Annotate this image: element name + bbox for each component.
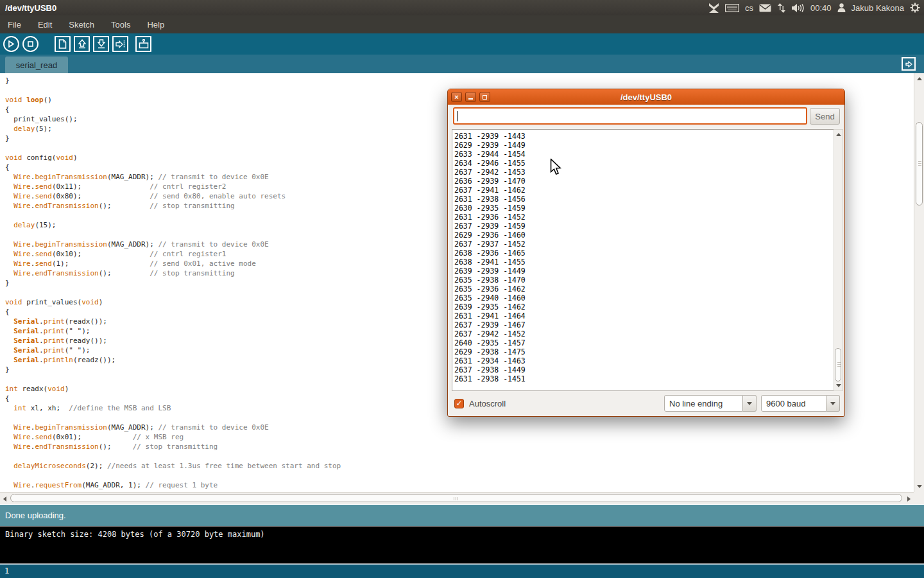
volume-icon[interactable] <box>792 3 805 13</box>
serial-monitor-titlebar[interactable]: /dev/ttyUSB0 × <box>448 89 844 105</box>
maximize-button[interactable] <box>479 92 490 102</box>
line-ending-select[interactable]: No line ending <box>664 395 743 412</box>
scroll-down-arrow-icon[interactable] <box>917 485 922 488</box>
status-bar: Done uploading. <box>0 505 924 526</box>
serial-monitor-icon <box>139 39 149 49</box>
baud-rate-select[interactable]: 9600 baud <box>761 395 826 412</box>
clock[interactable]: 00:40 <box>810 3 832 13</box>
chevron-down-icon <box>830 402 835 405</box>
line-number-bar: 1 <box>0 565 924 578</box>
toolbar <box>0 33 924 55</box>
status-message: Done uploading. <box>5 511 66 520</box>
play-icon <box>8 40 15 48</box>
serial-output-lines: 2631 -2939 -14432629 -2939 -14492633 -29… <box>454 132 526 383</box>
system-tray: cs 00:40 Jakub Kakona <box>708 0 920 15</box>
close-button[interactable]: × <box>451 92 462 102</box>
editor-vscroll-thumb[interactable] <box>916 122 923 206</box>
window-title: /dev/ttyUSB0 <box>5 3 56 13</box>
serial-monitor-button[interactable] <box>135 36 151 52</box>
console-output: Binary sketch size: 4208 bytes (of a 307… <box>0 526 924 564</box>
tab-menu-button[interactable] <box>902 57 916 71</box>
serial-scroll-up-icon[interactable] <box>836 133 841 136</box>
serial-output-area[interactable]: 2631 -2939 -14432629 -2939 -14492633 -29… <box>452 129 834 391</box>
line-ending-value: No line ending <box>669 399 723 408</box>
keyboard-layout-icon[interactable] <box>725 4 739 12</box>
user-icon <box>837 3 846 12</box>
scrollbar-corner <box>914 492 924 504</box>
serial-send-input[interactable] <box>453 107 807 125</box>
chevron-down-icon <box>747 402 752 405</box>
menu-edit[interactable]: Edit <box>38 20 52 30</box>
mouse-cursor <box>550 159 563 175</box>
serial-monitor-title: /dev/ttyUSB0 <box>448 92 844 102</box>
editor-vertical-scrollbar[interactable] <box>914 73 924 492</box>
send-button[interactable]: Send <box>810 108 840 125</box>
serial-monitor-footer: ✓ Autoscroll No line ending 9600 baud <box>448 391 844 416</box>
current-line-number: 1 <box>4 566 9 575</box>
network-sync-icon[interactable] <box>777 3 786 13</box>
tab-bar: serial_read <box>0 55 924 73</box>
line-ending-dropdown-button[interactable] <box>743 395 757 412</box>
arrow-right-icon <box>116 40 125 49</box>
code-content: } void loop(){ print_values(); delay(5);… <box>5 76 341 490</box>
menu-tools[interactable]: Tools <box>111 20 130 30</box>
save-sketch-button[interactable] <box>93 36 109 52</box>
close-icon: × <box>454 94 458 101</box>
menu-sketch[interactable]: Sketch <box>69 20 94 30</box>
maximize-icon <box>483 95 487 100</box>
autoscroll-checkbox[interactable]: ✓ <box>454 399 464 408</box>
serial-vertical-scrollbar[interactable] <box>834 129 843 391</box>
tab-menu-arrow-icon <box>905 61 912 67</box>
stop-button[interactable] <box>22 36 38 52</box>
minimize-icon <box>468 98 473 100</box>
editor-hscroll-thumb[interactable] <box>10 494 902 502</box>
open-sketch-button[interactable] <box>74 36 90 52</box>
autoscroll-label: Autoscroll <box>469 399 506 408</box>
serial-scroll-down-icon[interactable] <box>836 384 841 387</box>
menu-bar: File Edit Sketch Tools Help <box>0 15 924 33</box>
tab-label: serial_read <box>16 60 57 70</box>
menu-help[interactable]: Help <box>147 20 164 30</box>
verify-button[interactable] <box>3 36 19 52</box>
stop-icon <box>28 41 33 47</box>
desktop: /dev/ttyUSB0 cs 00:40 Jakub Kakona File … <box>0 0 924 578</box>
mail-icon[interactable] <box>759 4 771 12</box>
keyboard-layout-label[interactable]: cs <box>745 3 753 13</box>
scroll-right-arrow-icon[interactable] <box>907 496 911 502</box>
user-name[interactable]: Jakub Kakona <box>851 3 904 13</box>
app-indicator-icon[interactable] <box>708 3 719 13</box>
tab-serial-read[interactable]: serial_read <box>5 57 68 73</box>
menu-file[interactable]: File <box>8 20 21 30</box>
system-bar: /dev/ttyUSB0 cs 00:40 Jakub Kakona <box>0 0 924 15</box>
serial-monitor-window: /dev/ttyUSB0 × Send 2631 -2939 -14432629… <box>447 89 845 417</box>
editor-horizontal-scrollbar[interactable] <box>0 492 914 504</box>
session-gear-icon[interactable] <box>910 3 920 13</box>
minimize-button[interactable] <box>465 92 476 102</box>
scroll-up-arrow-icon[interactable] <box>917 77 922 80</box>
arrow-down-icon <box>97 39 106 49</box>
baud-dropdown-button[interactable] <box>826 395 840 412</box>
check-icon: ✓ <box>456 399 462 408</box>
upload-button[interactable] <box>112 36 128 52</box>
scroll-left-arrow-icon[interactable] <box>3 496 6 502</box>
new-document-icon <box>58 39 67 49</box>
arrow-up-icon <box>78 39 87 49</box>
send-button-label: Send <box>815 112 834 121</box>
baud-rate-value: 9600 baud <box>766 399 805 408</box>
serial-vscroll-thumb[interactable] <box>835 348 841 381</box>
console-text: Binary sketch size: 4208 bytes (of a 307… <box>5 530 265 539</box>
text-caret <box>457 111 458 121</box>
new-sketch-button[interactable] <box>55 36 71 52</box>
